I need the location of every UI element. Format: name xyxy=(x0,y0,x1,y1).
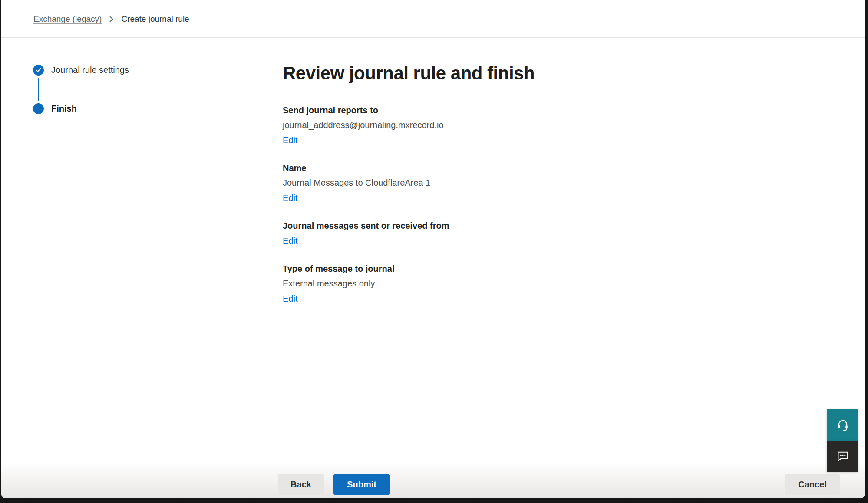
cancel-button[interactable]: Cancel xyxy=(785,474,840,495)
edit-type-of-message-link[interactable]: Edit xyxy=(283,293,297,304)
section-label: Type of message to journal xyxy=(283,263,839,274)
chat-icon xyxy=(835,449,850,464)
help-button[interactable] xyxy=(827,409,858,441)
section-value: journal_adddress@journaling.mxrecord.io xyxy=(283,119,839,131)
breadcrumb: Exchange (legacy) Create journal rule xyxy=(1,0,865,38)
step-label: Journal rule settings xyxy=(51,65,129,75)
submit-button[interactable]: Submit xyxy=(333,474,390,495)
edit-journal-messages-link[interactable]: Edit xyxy=(283,235,297,247)
back-button[interactable]: Back xyxy=(278,474,324,495)
edit-name-link[interactable]: Edit xyxy=(283,192,297,204)
wizard-footer: Back Submit Cancel xyxy=(1,463,865,498)
headset-icon xyxy=(836,418,850,432)
page-title: Review journal rule and finish xyxy=(283,62,839,85)
step-connector-line xyxy=(38,78,39,101)
wizard-body: Journal rule settings Finish Review jour… xyxy=(1,38,865,463)
edit-send-journal-reports-link[interactable]: Edit xyxy=(283,135,297,146)
wizard-steps-panel: Journal rule settings Finish xyxy=(1,38,251,463)
step-current-dot-icon xyxy=(33,103,44,114)
section-send-journal-reports-to: Send journal reports to journal_adddress… xyxy=(283,105,839,146)
step-label: Finish xyxy=(51,104,77,114)
section-journal-messages-sent-or-received: Journal messages sent or received from E… xyxy=(283,220,839,247)
section-label: Send journal reports to xyxy=(283,105,839,116)
review-content: Review journal rule and finish Send jour… xyxy=(252,38,865,463)
section-label: Journal messages sent or received from xyxy=(283,220,839,231)
wizard-step-journal-rule-settings[interactable]: Journal rule settings xyxy=(33,65,251,76)
section-label: Name xyxy=(283,162,839,174)
section-type-of-message: Type of message to journal External mess… xyxy=(283,263,839,304)
feedback-button[interactable] xyxy=(827,441,858,472)
breadcrumb-current-create-journal-rule: Create journal rule xyxy=(121,14,189,24)
step-completed-check-icon xyxy=(33,65,44,76)
breadcrumb-link-exchange-legacy[interactable]: Exchange (legacy) xyxy=(33,14,102,24)
section-value: External messages only xyxy=(283,278,839,289)
wizard-step-finish[interactable]: Finish xyxy=(33,103,251,114)
app-window: Exchange (legacy) Create journal rule Jo… xyxy=(1,0,865,498)
section-value: Journal Messages to CloudflareArea 1 xyxy=(283,177,839,188)
section-name: Name Journal Messages to CloudflareArea … xyxy=(283,162,839,204)
breadcrumb-chevron-icon xyxy=(109,15,114,23)
